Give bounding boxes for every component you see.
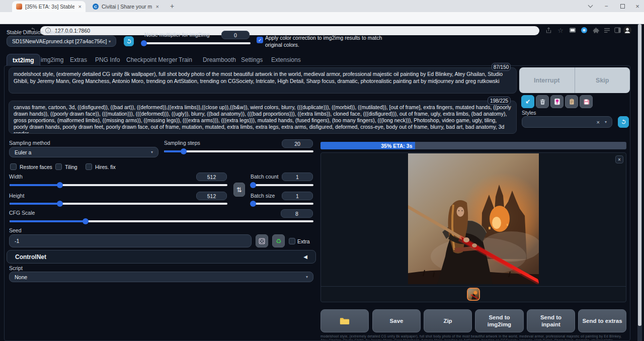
extra-seed-label: Extra [297, 238, 310, 244]
script-dropdown[interactable]: None ▾ [9, 272, 313, 282]
window-close-button[interactable]: × [630, 0, 644, 12]
page-scrollbar-thumb[interactable] [638, 24, 641, 326]
interrupt-button[interactable]: Interrupt [519, 67, 575, 93]
generated-image[interactable] [408, 153, 539, 284]
controlnet-label: ControlNet [15, 253, 46, 261]
send-to-inpaint-button[interactable]: Send to inpaint [527, 309, 575, 332]
extra-seed-checkbox[interactable] [289, 238, 295, 244]
cfg-scale-slider[interactable] [10, 220, 313, 222]
url-bar[interactable]: i 127.0.0.1:7860 [40, 26, 539, 35]
gallery-divider [321, 286, 626, 287]
cast-extension-icon[interactable] [568, 25, 578, 35]
checkpoint-dropdown[interactable]: SD15NewVAEpruned.ckpt [27a4ac756c] ▾ [7, 36, 116, 47]
hires-fix-checkbox[interactable] [86, 163, 92, 170]
batch-count-value[interactable]: 1 [282, 173, 313, 181]
checkpoint-refresh-button[interactable] [124, 36, 134, 46]
clear-prompt-button[interactable] [536, 95, 549, 108]
noise-multiplier-slider[interactable] [142, 42, 251, 44]
negative-prompt-token-counter: 198/225 [488, 97, 511, 105]
profile-avatar[interactable] [622, 25, 632, 35]
script-value: None [15, 274, 27, 280]
save-button[interactable]: Save [372, 309, 421, 332]
seed-input[interactable]: -1 [9, 234, 252, 247]
open-folder-button[interactable] [320, 309, 369, 332]
width-value[interactable]: 512 [196, 173, 227, 181]
swap-dimensions-button[interactable]: ⇅ [233, 183, 245, 197]
send-to-extras-button[interactable]: Send to extras [578, 309, 626, 332]
height-label: Height [9, 193, 24, 199]
chevron-down-icon: ▾ [109, 39, 111, 44]
gallery-thumbnail[interactable] [467, 288, 480, 301]
controlnet-accordion[interactable]: ControlNet ◀ [7, 250, 316, 264]
script-label: Script [9, 265, 23, 271]
window-chevron-icon[interactable] [583, 0, 598, 12]
noise-multiplier-value[interactable]: 0 [221, 31, 250, 39]
share-icon[interactable] [543, 25, 553, 35]
send-to-img2img-button[interactable]: Send to img2img [475, 309, 524, 332]
batch-size-slider[interactable] [251, 203, 313, 205]
apply-style-button[interactable] [565, 95, 578, 108]
styles-label: Styles [522, 110, 536, 116]
color-correction-checkbox[interactable]: ✓ [257, 37, 263, 43]
browser-address-bar: ← → i 127.0.0.1:7860 ☆ ⋮ [0, 12, 644, 24]
width-slider[interactable] [10, 184, 227, 186]
sampling-method-label: Sampling method [9, 140, 50, 146]
playlist-extension-icon[interactable] [602, 25, 612, 35]
sampling-steps-slider[interactable] [164, 150, 313, 152]
sampling-method-dropdown[interactable]: Euler a ▾ [9, 147, 158, 157]
sampling-steps-value[interactable]: 20 [282, 139, 313, 148]
window-minimize-button[interactable]: − [599, 0, 614, 12]
tab-extensions[interactable]: Extensions [266, 54, 306, 66]
progress-bar-fill: 35% ETA: 3s [320, 142, 415, 149]
save-style-button[interactable] [580, 95, 593, 108]
blue-dot-extension-icon[interactable] [579, 25, 589, 35]
skip-button[interactable]: Skip [575, 67, 630, 93]
tab-txt2img[interactable]: txt2img [7, 54, 40, 66]
tiling-label: Tiling [65, 164, 77, 170]
prompt-textarea[interactable]: modelshoot style, (extremely detailed CG… [9, 67, 517, 94]
cfg-scale-value[interactable]: 8 [281, 209, 313, 218]
prompt-token-counter: 87/150 [492, 63, 511, 71]
tab-train[interactable]: Train [173, 54, 198, 66]
tab-png-info[interactable]: PNG Info [90, 54, 125, 66]
paste-params-button[interactable]: ↙ [521, 95, 534, 108]
checkpoint-value: SD15NewVAEpruned.ckpt [27a4ac756c] [12, 38, 107, 44]
browser-tab-stable-diffusion[interactable]: [35% ETA: 3s] Stable Diffusion × [12, 1, 86, 12]
batch-count-slider[interactable] [251, 184, 313, 186]
tab-extras[interactable]: Extras [64, 54, 93, 66]
bookmark-star-icon[interactable]: ☆ [555, 25, 566, 35]
restore-faces-checkbox[interactable] [10, 163, 17, 170]
tab-settings[interactable]: Settings [235, 54, 268, 66]
new-tab-button[interactable]: + [166, 0, 178, 12]
progress-bar: 35% ETA: 3s [320, 142, 626, 149]
sampling-method-value: Euler a [15, 149, 31, 155]
height-slider[interactable] [10, 203, 227, 205]
reuse-seed-button[interactable]: ♻ [272, 234, 285, 247]
extensions-puzzle-icon[interactable] [591, 25, 601, 35]
styles-refresh-button[interactable] [618, 116, 629, 128]
window-restore-button[interactable] [615, 0, 630, 12]
batch-size-value[interactable]: 1 [282, 192, 313, 200]
height-value[interactable]: 512 [196, 192, 227, 200]
browser-tab-title: Civitai | Share your models [102, 4, 152, 10]
random-seed-dice-button[interactable] [256, 234, 268, 247]
styles-clear-icon[interactable]: × [597, 119, 600, 125]
tab-close-icon[interactable]: × [156, 4, 159, 10]
styles-dropdown[interactable]: × ▾ [522, 116, 612, 128]
cfg-scale-label: CFG Scale [9, 210, 35, 216]
chevron-down-icon: ▾ [605, 120, 607, 124]
extra-networks-button[interactable] [550, 95, 564, 108]
zip-button[interactable]: Zip [424, 309, 472, 332]
generation-info-text: modelshoot style, (extremely detailed CG… [320, 334, 626, 340]
restore-faces-label: Restore faces [20, 164, 52, 170]
batch-count-label: Batch count [251, 174, 278, 180]
tab-close-icon[interactable]: × [78, 4, 82, 10]
checkpoint-label: Stable Diffusion checkpoint [7, 29, 70, 35]
negative-prompt-textarea[interactable]: canvas frame, cartoon, 3d, ((disfigured)… [9, 101, 517, 134]
tab-dreambooth[interactable]: Dreambooth [197, 54, 242, 66]
browser-tab-civitai[interactable]: C Civitai | Share your models × [89, 1, 163, 12]
civitai-favicon: C [93, 4, 99, 10]
close-preview-icon[interactable]: × [615, 155, 623, 163]
tiling-checkbox[interactable] [55, 163, 62, 170]
sidebar-icon[interactable] [612, 25, 622, 35]
